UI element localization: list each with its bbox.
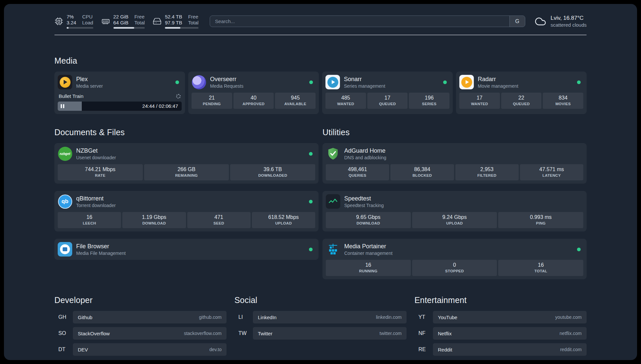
stat-block: 196 SERIES [409,93,449,109]
search-bar[interactable]: G [210,15,525,27]
bookmark-group-developer: Developer GH Github github.com SO StackO… [54,295,227,359]
service-card-sonarr[interactable]: Sonarr Series management 485 WANTED 17 Q… [322,72,453,114]
stat-label: DOWNLOAD [123,221,185,226]
pause-icon[interactable] [61,104,64,108]
service-subtitle: Movie management [478,83,518,89]
stat-value: 22 [502,95,541,101]
search-input[interactable] [210,16,509,27]
bookmark-name: DEV [78,347,88,352]
stat-label: FILTERED [456,173,518,178]
stat-value: 86,384 [391,166,453,173]
stat-block: 16 LEECH [58,212,121,228]
disk-label-1: Free [188,14,198,19]
stat-value: 618.52 Mbps [253,214,315,221]
cpu-label-1: CPU [82,14,93,19]
playback-progress-bar[interactable]: 24:44 / 02:06:47 [58,102,182,111]
service-subtitle: Media server [76,83,103,89]
status-dot-online [577,248,581,251]
bookmark-linkedin[interactable]: LI LinkedIn linkedin.com [234,311,407,323]
search-provider-button[interactable]: G [509,16,525,27]
bookmark-twitter[interactable]: TW Twitter twitter.com [234,327,407,340]
section-title-social: Social [234,295,407,305]
stat-block: 0 STOPPED [412,260,497,276]
stat-label: WANTED [326,102,365,106]
service-title: Sonarr [344,76,385,83]
bookmark-name: StackOverflow [78,331,110,336]
section-title-developer: Developer [54,295,227,305]
service-card-plex[interactable]: Plex Media server Bullet Train [54,72,185,114]
stat-label: BLOCKED [391,173,453,178]
cpu-icon [54,17,63,26]
playback-progress-fill [58,102,82,111]
memory-free-value: 22 GiB [113,14,129,19]
gear-icon[interactable] [176,94,181,99]
stat-block: 9.65 Gbps DOWNLOAD [326,212,411,228]
bookmark-abbr: GH [54,311,73,323]
now-playing-title: Bullet Train [59,93,83,99]
stat-value: 0 [413,262,497,268]
service-card-adguard[interactable]: AdGuard Home DNS and adblocking 498,461 … [322,143,587,184]
stat-block: 945 AVAILABLE [275,93,316,109]
disk-icon [153,17,162,26]
section-media: Media Plex Media server Bullet Train [54,56,587,114]
radarr-icon [459,75,474,89]
bookmark-domain: linkedin.com [376,315,402,320]
bookmark-domain: github.com [199,315,222,320]
stat-block: 498,461 QUERIES [326,164,389,180]
status-dot-online [309,200,313,203]
stat-block: 744.21 Mbps RATE [58,164,143,180]
stat-block: 0.993 ms PING [498,212,583,228]
memory-label-1: Free [134,14,145,19]
bookmark-youtube[interactable]: YT YouTube youtube.com [414,311,587,323]
bookmarks-area: Developer GH Github github.com SO StackO… [54,295,587,360]
plex-icon [58,75,72,89]
service-card-overseerr[interactable]: Overseerr Media Requests 21 PENDING 40 A… [188,72,319,114]
stat-label: DOWNLOAD [326,221,410,226]
stat-block: 47.571 ms LATENCY [520,164,583,180]
service-card-qbittorrent[interactable]: qb qBittorrent Torrent downloader 16 LEE… [54,191,319,231]
stat-value: 47.571 ms [521,166,583,173]
bookmark-dev[interactable]: DT DEV dev.to [54,343,227,356]
stat-block: 834 MOVIES [543,93,583,109]
service-card-portainer[interactable]: Media Portainer Container management 16 … [322,239,587,279]
service-card-nzbget[interactable]: nzbget NZBGet Usenet downloader 744.21 M… [54,143,319,184]
stat-label: APPROVED [234,102,273,106]
stat-value: 266 GB [145,166,229,173]
section-title-entertainment: Entertainment [414,295,587,305]
section-utilities: Utilities AdGuard Home DNS and [322,127,587,279]
stat-block: 39.6 TB DOWNLOADED [230,164,315,180]
service-card-filebrowser[interactable]: File Browser Media File Management [54,239,319,260]
cpu-label-2: Load [82,20,93,25]
top-bar: 7% CPU 3.24 Load [54,14,587,29]
stat-label: UPLOAD [253,221,315,226]
service-subtitle: Container management [344,251,392,256]
stat-label: RATE [58,173,142,178]
bookmark-name: LinkedIn [258,315,277,320]
bookmark-netflix[interactable]: NF Netflix netflix.com [414,327,587,340]
stat-label: TOTAL [499,269,583,274]
stat-block: 17 WANTED [459,93,500,109]
cloud-icon [534,15,546,27]
bookmark-github[interactable]: GH Github github.com [54,311,227,323]
bookmark-domain: netflix.com [560,331,582,336]
stat-label: RUNNING [326,269,410,274]
resource-widgets: 7% CPU 3.24 Load [54,14,198,29]
service-card-speedtest[interactable]: Speedtest Speedtest Tracking 9.65 Gbps D… [322,191,587,231]
portainer-icon [326,242,340,257]
disk-progress-fill [165,27,180,29]
section-title-documents: Documents & Files [54,127,319,137]
service-card-radarr[interactable]: Radarr Movie management 17 WANTED 22 QUE… [456,72,587,114]
stat-value: 16 [499,262,583,268]
stat-block: 21 PENDING [192,93,232,109]
stat-label: QUERIES [326,173,388,178]
weather-location: Lviv, 16.87°C [551,15,587,21]
bookmark-domain: stackoverflow.com [184,331,222,336]
bookmark-reddit[interactable]: RE Reddit reddit.com [414,343,587,356]
stat-label: WANTED [460,102,499,106]
stat-value: 39.6 TB [231,166,315,173]
bookmark-stackoverflow[interactable]: SO StackOverflow stackoverflow.com [54,327,227,340]
bookmark-group-social: Social LI LinkedIn linkedin.com TW Twitt… [234,295,407,343]
service-title: AdGuard Home [344,147,386,154]
disk-progress-track [165,27,198,29]
status-dot-online [309,248,313,251]
